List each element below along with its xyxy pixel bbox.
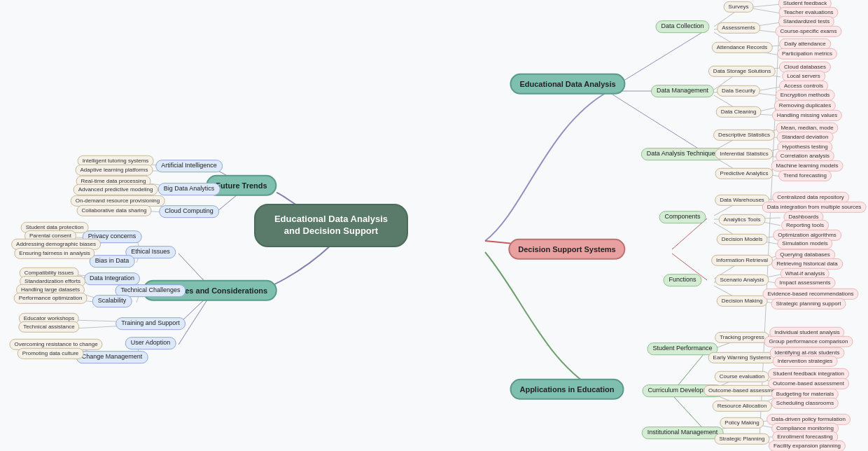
dl-cse: Course-specific exams [776, 26, 842, 37]
sub-dm: Data Management [651, 85, 714, 97]
sub-cm: Change Management [76, 351, 148, 363]
leaf-at: Analytics Tools [719, 214, 766, 226]
leaf-surveys: Surveys [724, 1, 754, 13]
leaf-desc: Descriptive Statistics [713, 130, 775, 141]
sub-func: Functions [663, 274, 701, 286]
sub-dat: Data Analysis Techniques [641, 148, 724, 160]
sub-scal: Scalability [92, 295, 132, 307]
dl-is: Intervention strategies [773, 356, 838, 367]
dl-pm: Participation metrics [777, 48, 837, 60]
leaf-ews: Early Warning Systems [708, 352, 776, 363]
sub-ts: Training and Support [115, 317, 186, 330]
leaf-pdc: Promoting data culture [18, 348, 84, 359]
leaf-dss-sub: Data Storage Solutions [708, 66, 776, 77]
sub-di: Data Integration [84, 272, 140, 285]
svg-line-2 [612, 95, 707, 154]
dl-sps: Strategic planning support [771, 298, 846, 310]
sub-ccloud: Cloud Computing [159, 205, 219, 218]
dl-oba2: Outcome-based assessment [768, 378, 849, 389]
dl-tf: Trend forecasting [778, 170, 832, 181]
sub-ua: User Adoption [125, 337, 176, 349]
svg-line-0 [612, 29, 707, 88]
sub-dc: Data Collection [655, 20, 709, 33]
center-node: Educational Data Analysis and Decision S… [254, 204, 408, 247]
sub-im: Institutional Management [642, 426, 724, 439]
leaf-dm-sub: Decision Models [717, 234, 768, 245]
dl-hmv: Handling missing values [772, 110, 842, 121]
leaf-spl: Strategic Planning [715, 433, 770, 445]
svg-line-7 [752, 8, 780, 13]
sub-bda: Big Data Analytics [158, 183, 220, 195]
dl-em: Encryption methods [776, 90, 835, 101]
leaf-dsec: Data Security [717, 85, 760, 97]
dl-fep: Facility expansion planning [769, 440, 846, 451]
leaf-attendance: Attendance Records [712, 42, 773, 53]
sub-sp: Student Performance [647, 342, 718, 355]
leaf-pm: Policy Making [720, 417, 764, 429]
leaf-ta: Technical assistance [18, 321, 79, 333]
leaf-ra: Resource Allocation [713, 401, 772, 412]
leaf-alp: Adaptive learning platforms [76, 165, 153, 176]
leaf-tp: Tracking progress [715, 332, 769, 343]
leaf-sa: Scenario Analysis [715, 275, 769, 286]
leaf-cds: Collaborative data sharing [77, 205, 152, 216]
sub-ai: Artificial Intelligence [155, 160, 223, 172]
main-eda: Educational Data Analysis [510, 74, 625, 95]
svg-line-6 [752, 4, 780, 7]
leaf-dw: Data Warehouses [715, 195, 769, 206]
leaf-decm: Decision Making [717, 296, 768, 307]
main-dss: Decision Support Systems [508, 239, 625, 260]
sub-comp: Components [659, 211, 706, 223]
leaf-apm: Advanced predictive modeling [74, 184, 158, 195]
leaf-infer: Inferential Statistics [715, 148, 773, 160]
leaf-dcl: Data Cleaning [716, 106, 762, 118]
leaf-po: Performance optimization [14, 293, 88, 304]
dl-gpc: Group performance comparison [764, 336, 853, 347]
dl-sc: Scheduling classrooms [771, 398, 839, 409]
leaf-ce: Course evaluation [715, 371, 769, 382]
leaf-ir: Information Retrieval [711, 255, 773, 266]
leaf-pred: Predictive Analytics [715, 168, 774, 179]
dl-ia: Impact assessments [775, 277, 836, 289]
main-aie: Applications in Education [510, 379, 624, 400]
leaf-assessments: Assessments [717, 22, 760, 34]
dl-sm: Simulation models [777, 238, 832, 249]
sub-bid: Bias in Data [90, 255, 135, 268]
leaf-efa: Ensuring fairness in analysis [14, 248, 94, 259]
